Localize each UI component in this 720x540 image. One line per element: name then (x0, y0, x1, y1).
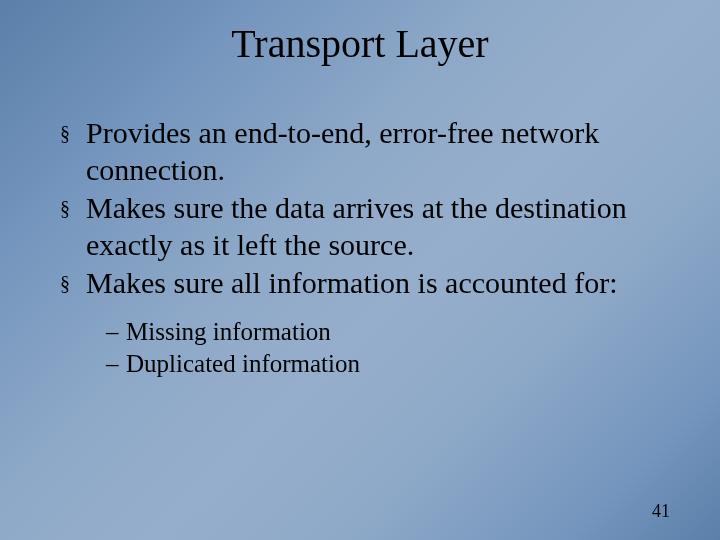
dash-bullet-icon: – (106, 316, 126, 348)
bullet-text: Makes sure the data arrives at the desti… (86, 190, 670, 263)
bullet-item: § Makes sure the data arrives at the des… (60, 190, 670, 263)
sub-bullet-list: – Missing information – Duplicated infor… (106, 316, 670, 380)
slide-title: Transport Layer (0, 20, 720, 67)
square-bullet-icon: § (60, 190, 86, 226)
dash-bullet-icon: – (106, 348, 126, 380)
sub-bullet-item: – Missing information (106, 316, 670, 348)
sub-bullet-text: Missing information (126, 316, 670, 348)
square-bullet-icon: § (60, 265, 86, 301)
slide-content: § Provides an end-to-end, error-free net… (60, 115, 670, 380)
slide: Transport Layer § Provides an end-to-end… (0, 0, 720, 540)
bullet-item: § Provides an end-to-end, error-free net… (60, 115, 670, 188)
bullet-text: Provides an end-to-end, error-free netwo… (86, 115, 670, 188)
page-number: 41 (652, 501, 670, 522)
square-bullet-icon: § (60, 115, 86, 151)
bullet-text: Makes sure all information is accounted … (86, 265, 670, 302)
bullet-item: § Makes sure all information is accounte… (60, 265, 670, 302)
sub-bullet-item: – Duplicated information (106, 348, 670, 380)
sub-bullet-text: Duplicated information (126, 348, 670, 380)
